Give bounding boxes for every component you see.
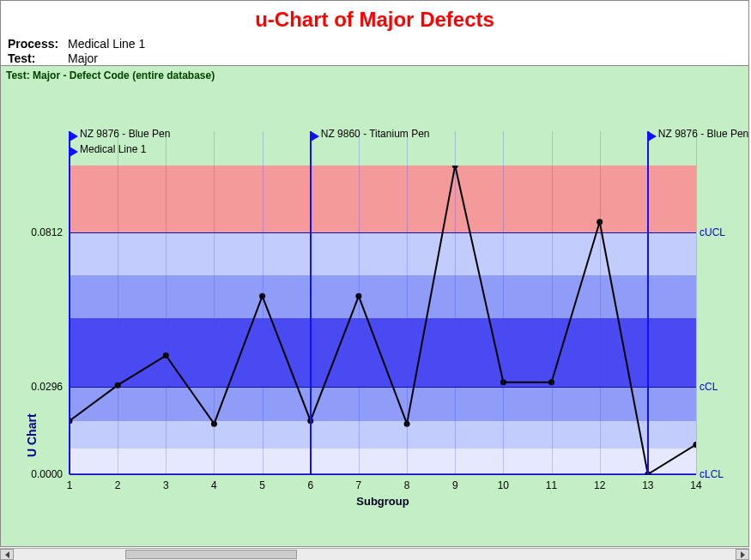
scroll-thumb[interactable] [125,550,297,559]
annotation-line [647,131,649,474]
x-tick: 3 [163,479,169,491]
x-tick: 5 [259,479,265,491]
scroll-track[interactable] [14,549,736,560]
test-value: Major [68,51,98,65]
x-tick: 7 [356,479,362,491]
x-tick: 2 [115,479,121,491]
annotation-line [69,131,70,474]
chart-header: u-Chart of Major Defects Process:Medical… [1,1,748,66]
annotation-line [310,131,312,474]
data-svg [70,166,696,474]
x-tick: 10 [498,479,509,491]
scroll-left-button[interactable] [0,549,14,560]
grid-v [359,131,360,474]
x-tick: 11 [546,479,557,491]
x-tick: 12 [594,479,605,491]
grid-v [407,131,408,474]
grid-v [600,131,601,474]
x-tick: 14 [690,479,701,491]
grid-v [455,131,456,474]
annotation-marker-icon [311,131,319,142]
horizontal-scrollbar[interactable] [0,548,749,560]
grid-v [166,131,167,474]
scroll-right-button[interactable] [736,549,749,560]
annotation-label: NZ 9860 - Titanium Pen [321,128,430,140]
ucl-label: cUCL [700,226,725,238]
lcl-label: cLCL [700,468,724,480]
grid-v [118,131,118,474]
test-label: Test: [8,51,68,66]
chart-title: u-Chart of Major Defects [1,8,748,32]
process-value: Medical Line 1 [68,37,145,51]
annotation-marker-icon [70,131,78,142]
grid-v [263,131,263,474]
annotation-marker-icon [648,131,657,142]
chevron-left-icon [5,551,9,558]
annotation-marker-icon [70,147,78,157]
chart-meta: Process:Medical Line 1 Test:Major [8,37,145,66]
process-label: Process: [8,37,68,51]
annotation-label: NZ 9876 - Blue Pen [80,128,170,140]
chart-window: u-Chart of Major Defects Process:Medical… [0,0,749,547]
x-tick: 1 [67,479,73,491]
y-axis-label: U Chart [25,286,39,457]
y-tick-0: 0.0000 [20,468,63,480]
chart-subtitle: Test: Major - Defect Code (entire databa… [6,69,215,81]
plot-area: U Chart Subgroup 0.0000 0.0296 0.0812 cU… [70,166,696,474]
cl-label: cCL [700,381,718,393]
y-tick-1: 0.0296 [20,381,63,393]
x-tick: 13 [642,479,653,491]
y-tick-2: 0.0812 [20,226,63,238]
x-tick: 9 [452,479,458,491]
grid-v [552,131,553,474]
x-tick: 6 [307,479,313,491]
grid-v [696,131,697,474]
x-tick: 8 [404,479,410,491]
x-tick: 4 [211,479,217,491]
chart-body: Test: Major - Defect Code (entire databa… [1,66,748,546]
annotation-label: NZ 9876 - Blue Pen [658,128,748,140]
x-axis-label: Subgroup [70,495,696,508]
data-line [70,166,696,474]
chevron-right-icon [741,551,745,558]
lcl-line [70,474,696,475]
annotation-label: Medical Line 1 [80,143,146,155]
grid-v [503,131,504,474]
grid-v [214,131,215,474]
